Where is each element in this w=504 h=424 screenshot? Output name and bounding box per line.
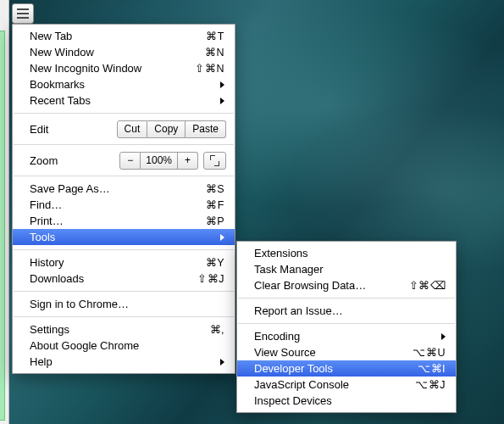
label: New Window (30, 46, 197, 59)
label: JavaScript Console (254, 378, 407, 391)
label: Encoding (254, 330, 435, 343)
zoom-value: 100% (141, 152, 178, 170)
hamburger-icon (17, 8, 29, 10)
shortcut: ⌘N (205, 46, 224, 59)
menu-item-new-tab[interactable]: New Tab ⌘T (13, 28, 235, 44)
submenu-item-clear-data[interactable]: Clear Browsing Data… ⇧⌘⌫ (237, 277, 456, 293)
shortcut: ⌘T (206, 30, 224, 42)
shortcut: ⌘, (210, 323, 224, 336)
separator (14, 176, 234, 176)
menu-item-save-as[interactable]: Save Page As… ⌘S (13, 181, 235, 197)
menu-item-tools[interactable]: Tools (13, 229, 235, 245)
submenu-arrow-icon (220, 81, 224, 88)
separator (14, 316, 234, 317)
submenu-item-developer-tools[interactable]: Developer Tools ⌥⌘I (237, 360, 456, 377)
label: Developer Tools (254, 362, 409, 375)
shortcut: ⌥⌘U (413, 346, 446, 359)
submenu-item-view-source[interactable]: View Source ⌥⌘U (237, 344, 456, 360)
menu-item-about[interactable]: About Google Chrome (13, 338, 235, 354)
shortcut: ⌘P (206, 215, 224, 227)
label: New Tab (30, 30, 197, 42)
label: New Incognito Window (30, 62, 186, 75)
label: Help (30, 355, 213, 368)
shortcut: ⌥⌘J (415, 378, 446, 391)
fullscreen-button[interactable] (203, 152, 226, 170)
label: Report an Issue… (254, 304, 446, 317)
shortcut: ⇧⌘N (195, 62, 224, 75)
tab-strip-hint (0, 31, 5, 421)
menu-item-signin[interactable]: Sign in to Chrome… (13, 296, 235, 312)
separator (14, 249, 234, 250)
edit-buttons: Cut Copy Paste (117, 120, 226, 138)
label: Task Manager (254, 263, 446, 276)
label: Tools (30, 231, 213, 243)
label: Find… (30, 198, 197, 211)
label: About Google Chrome (30, 339, 224, 352)
submenu-item-report-issue[interactable]: Report an Issue… (237, 303, 456, 319)
separator (14, 291, 234, 292)
label: Settings (30, 323, 202, 336)
submenu-item-inspect-devices[interactable]: Inspect Devices (237, 393, 456, 409)
menu-item-help[interactable]: Help (13, 354, 235, 370)
menu-item-recent-tabs[interactable]: Recent Tabs (13, 92, 235, 109)
separator (14, 144, 234, 145)
menu-item-history[interactable]: History ⌘Y (13, 254, 235, 271)
submenu-item-encoding[interactable]: Encoding (237, 328, 456, 344)
label: Recent Tabs (30, 94, 213, 107)
fullscreen-icon (211, 156, 219, 165)
shortcut: ⌘S (206, 182, 224, 195)
submenu-arrow-icon (220, 98, 224, 104)
separator (238, 298, 455, 298)
paste-button[interactable]: Paste (186, 120, 226, 138)
menu-row-edit: Edit Cut Copy Paste (13, 118, 235, 140)
menu-item-print[interactable]: Print… ⌘P (13, 213, 235, 229)
label: Extensions (254, 247, 446, 259)
shortcut: ⌥⌘I (418, 362, 446, 375)
hamburger-menu-button[interactable] (12, 3, 34, 24)
zoom-in-button[interactable]: + (178, 152, 198, 170)
copy-button[interactable]: Copy (147, 120, 186, 138)
menu-item-new-incognito[interactable]: New Incognito Window ⇧⌘N (13, 60, 235, 76)
shortcut: ⌘Y (206, 256, 224, 269)
menu-item-new-window[interactable]: New Window ⌘N (13, 44, 235, 60)
label: Save Page As… (30, 182, 197, 195)
submenu-item-js-console[interactable]: JavaScript Console ⌥⌘J (237, 377, 456, 393)
label: History (30, 256, 197, 269)
label: Downloads (30, 272, 189, 285)
shortcut: ⇧⌘⌫ (409, 279, 446, 292)
separator (238, 323, 455, 324)
menu-item-settings[interactable]: Settings ⌘, (13, 321, 235, 338)
separator (14, 113, 234, 114)
menu-row-zoom: Zoom − 100% + (13, 149, 235, 171)
zoom-out-button[interactable]: − (119, 152, 141, 170)
label: Zoom (30, 154, 119, 167)
shortcut: ⇧⌘J (197, 272, 224, 285)
submenu-item-task-manager[interactable]: Task Manager (237, 261, 456, 277)
label: Print… (30, 215, 197, 227)
browser-edge (0, 0, 9, 424)
label: Sign in to Chrome… (30, 298, 224, 310)
label: Clear Browsing Data… (254, 279, 401, 292)
submenu-arrow-icon (220, 359, 224, 365)
cut-button[interactable]: Cut (117, 120, 148, 138)
menu-item-find[interactable]: Find… ⌘F (13, 197, 235, 213)
tools-submenu: Extensions Task Manager Clear Browsing D… (236, 241, 457, 413)
label: Edit (30, 123, 117, 136)
label: View Source (254, 346, 404, 359)
label: Bookmarks (30, 78, 213, 91)
shortcut: ⌘F (206, 198, 224, 211)
submenu-arrow-icon (441, 333, 446, 340)
menu-item-downloads[interactable]: Downloads ⇧⌘J (13, 271, 235, 287)
zoom-buttons: − 100% + (119, 152, 198, 170)
submenu-arrow-icon (220, 234, 224, 241)
chrome-main-menu: New Tab ⌘T New Window ⌘N New Incognito W… (12, 24, 235, 374)
submenu-item-extensions[interactable]: Extensions (237, 245, 456, 261)
label: Inspect Devices (254, 394, 446, 407)
menu-item-bookmarks[interactable]: Bookmarks (13, 76, 235, 92)
